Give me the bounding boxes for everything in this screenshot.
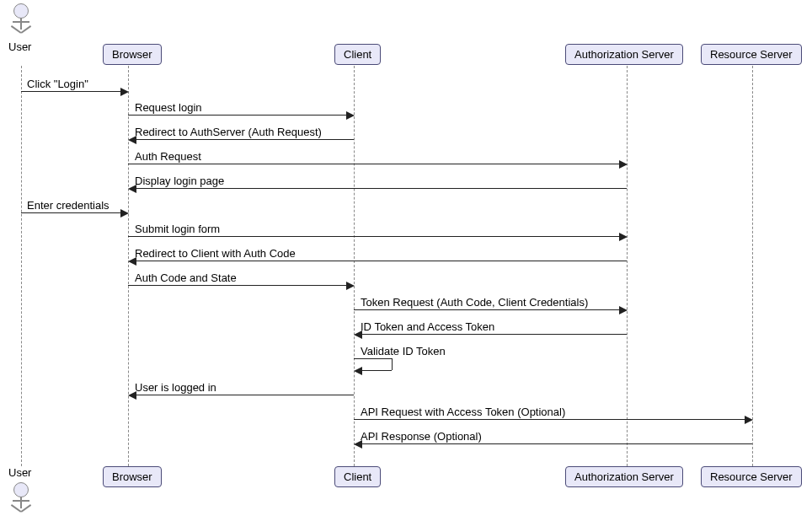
actor-user-label-bottom: User — [8, 466, 31, 479]
msg-label-display-login-page: Display login page — [135, 175, 224, 187]
participant-resourceserver-bottom: Resource Server — [701, 466, 802, 487]
msg-auth-request — [128, 164, 619, 164]
lifeline-authserver — [627, 66, 628, 466]
msg-redirect-auth-request — [136, 139, 354, 140]
msg-api-response — [361, 443, 752, 444]
msg-label-validate-id-token: Validate ID Token — [361, 345, 446, 357]
participant-client-bottom: Client — [334, 466, 381, 487]
msg-display-login-page — [136, 188, 627, 189]
msg-label-redirect-auth-request: Redirect to AuthServer (Auth Request) — [135, 126, 322, 138]
lifeline-resourceserver — [752, 66, 753, 466]
msg-user-logged-in — [136, 395, 354, 395]
participant-authserver-bottom: Authorization Server — [565, 466, 683, 487]
participant-resourceserver-top: Resource Server — [701, 44, 802, 65]
msg-submit-login-form — [128, 236, 619, 237]
msg-redirect-auth-code — [136, 261, 627, 261]
msg-label-redirect-auth-code: Redirect to Client with Auth Code — [135, 247, 296, 260]
msg-label-click-login: Click "Login" — [27, 78, 88, 90]
msg-label-user-logged-in: User is logged in — [135, 381, 216, 394]
participant-client-top: Client — [334, 44, 381, 65]
msg-label-id-access-token: ID Token and Access Token — [361, 320, 494, 333]
msg-token-request — [354, 309, 619, 310]
actor-user-label-top: User — [8, 40, 31, 53]
msg-label-api-response: API Response (Optional) — [361, 430, 482, 443]
msg-click-login — [21, 91, 120, 92]
msg-label-submit-login-form: Submit login form — [135, 223, 220, 235]
lifeline-browser — [128, 66, 129, 466]
msg-label-request-login: Request login — [135, 101, 202, 114]
participant-authserver-top: Authorization Server — [565, 44, 683, 65]
msg-validate-id-token — [354, 358, 392, 359]
msg-id-access-token — [361, 334, 627, 335]
msg-label-auth-request: Auth Request — [135, 150, 201, 163]
participant-browser-top: Browser — [103, 44, 162, 65]
msg-label-enter-credentials: Enter credentials — [27, 199, 110, 212]
sequence-diagram: User Browser Client Authorization Server… — [0, 0, 812, 532]
msg-label-token-request: Token Request (Auth Code, Client Credent… — [361, 296, 588, 309]
lifeline-user — [21, 66, 22, 466]
msg-label-api-request: API Request with Access Token (Optional) — [361, 406, 565, 418]
msg-api-request — [354, 419, 745, 420]
msg-label-auth-code-state: Auth Code and State — [135, 271, 237, 284]
msg-request-login — [128, 115, 346, 116]
participant-browser-bottom: Browser — [103, 466, 162, 487]
msg-enter-credentials — [21, 212, 120, 213]
lifeline-client — [354, 66, 355, 466]
msg-auth-code-state — [128, 285, 346, 286]
